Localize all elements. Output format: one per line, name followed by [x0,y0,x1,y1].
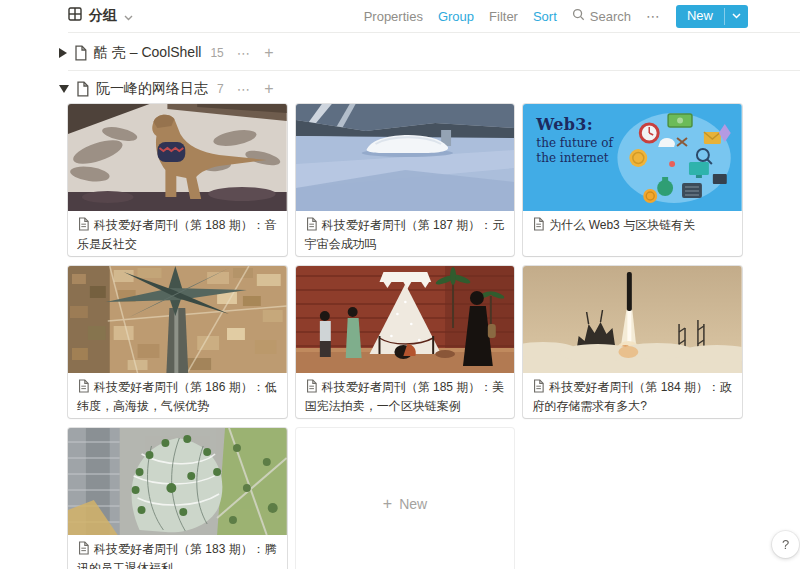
card-cover-spiral-building [68,428,287,535]
new-page-card[interactable]: + New [296,428,515,569]
card-cover-rocket-launch [523,266,742,373]
page-icon [532,217,545,236]
group-button[interactable]: Group [438,9,474,24]
page-icon [305,217,318,236]
search-label: Search [590,9,631,24]
card-issue-183[interactable]: 科技爱好者周刊（第 183 期）：腾讯的员工退休福利 [68,428,287,569]
card-issue-188[interactable]: 科技爱好者周刊（第 188 期）：音乐是反社交 [68,104,287,256]
properties-button[interactable]: Properties [364,9,423,24]
gallery-view-icon [68,7,82,25]
card-title: 科技爱好者周刊（第 186 期）：低纬度，高海拔，气候优势 [77,380,277,413]
page-icon [75,81,90,97]
card-title: 科技爱好者周刊（第 188 期）：音乐是反社交 [77,218,277,251]
group-divider [68,70,800,71]
page-icon [73,45,88,61]
search-button[interactable]: Search [572,8,631,24]
card-cover-city-aerial-star [68,266,287,373]
card-title: 科技爱好者周刊（第 185 期）：美国宪法拍卖，一个区块链案例 [305,380,505,413]
card-title-row: 科技爱好者周刊（第 188 期）：音乐是反社交 [68,211,287,256]
card-title-row: 科技爱好者周刊（第 185 期）：美国宪法拍卖，一个区块链案例 [296,373,515,418]
card-issue-184[interactable]: 科技爱好者周刊（第 184 期）：政府的存储需求有多大? [523,266,742,418]
page-icon [77,217,90,236]
group-count-badge: 7 [217,82,224,96]
card-cover-web3-illustration: Web3: the future of the internet [523,104,742,211]
card-cover-snow-resort [296,104,515,211]
card-title-row: 科技爱好者周刊（第 186 期）：低纬度，高海拔，气候优势 [68,373,287,418]
card-title-row: 为什么 Web3 与区块链有关 [523,211,742,242]
group-header-ruanyifeng: 阮一峰的网络日志 7 ⋯ + [59,77,800,101]
card-cover-plaza-tent [296,266,515,373]
card-issue-185[interactable]: 科技爱好者周刊（第 185 期）：美国宪法拍卖，一个区块链案例 [296,266,515,418]
group-title[interactable]: 阮一峰的网络日志 [96,80,208,98]
new-page-card-label: New [399,496,427,512]
toolbar-actions: Properties Group Filter Sort Search ⋯ Ne… [364,5,748,28]
card-title-row: 科技爱好者周刊（第 183 期）：腾讯的员工退休福利 [68,535,287,569]
more-options-button[interactable]: ⋯ [646,8,661,24]
new-button-chevron-icon[interactable] [725,5,748,28]
view-title: 分组 [89,7,117,25]
filter-button[interactable]: Filter [489,9,518,24]
web3-cover-subtitle: the future of the internet [536,136,622,166]
search-icon [572,8,585,24]
page-icon [305,379,318,398]
chevron-down-icon [124,7,133,25]
collapse-toggle-icon[interactable] [59,85,69,93]
group-more-button[interactable]: ⋯ [237,46,252,61]
card-title: 为什么 Web3 与区块链有关 [549,218,695,232]
group-add-button[interactable]: + [264,82,273,96]
page-icon [532,379,545,398]
plus-icon: + [383,495,392,513]
card-issue-187[interactable]: 科技爱好者周刊（第 187 期）：元宇宙会成功吗 [296,104,515,256]
group-count-badge: 15 [210,46,223,60]
web3-cover-text: Web3: the future of the internet [536,115,622,166]
toolbar: 分组 Properties Group Filter Sort Search ⋯… [0,0,800,32]
card-title: 科技爱好者周刊（第 183 期）：腾讯的员工退休福利 [77,542,277,569]
help-button[interactable]: ? [772,531,799,558]
card-title: 科技爱好者周刊（第 184 期）：政府的存储需求有多大? [532,380,732,413]
view-switcher[interactable]: 分组 [68,7,133,25]
web3-cover-heading: Web3: [536,115,622,134]
new-button-label[interactable]: New [676,5,724,28]
card-title: 科技爱好者周刊（第 187 期）：元宇宙会成功吗 [305,218,505,251]
page-icon [77,541,90,560]
question-mark-icon: ? [782,537,789,552]
expand-toggle-icon[interactable] [59,48,67,58]
group-add-button[interactable]: + [264,46,273,60]
group-more-button[interactable]: ⋯ [237,82,252,97]
card-cover-dinosaur-museum [68,104,287,211]
card-title-row: 科技爱好者周刊（第 187 期）：元宇宙会成功吗 [296,211,515,256]
group-header-coolshell: 酷 壳 – CoolShell 15 ⋯ + [59,41,800,65]
sort-button[interactable]: Sort [533,9,557,24]
card-web3[interactable]: Web3: the future of the internet 为什么 Web… [523,104,742,256]
toolbar-divider [68,32,800,33]
page-icon [77,379,90,398]
group-title[interactable]: 酷 壳 – CoolShell [94,44,201,62]
card-issue-186[interactable]: 科技爱好者周刊（第 186 期）：低纬度，高海拔，气候优势 [68,266,287,418]
card-title-row: 科技爱好者周刊（第 184 期）：政府的存储需求有多大? [523,373,742,418]
new-button[interactable]: New [676,5,748,28]
gallery-grid: 科技爱好者周刊（第 188 期）：音乐是反社交 科技爱好者周刊（第 187 期）… [68,104,742,569]
